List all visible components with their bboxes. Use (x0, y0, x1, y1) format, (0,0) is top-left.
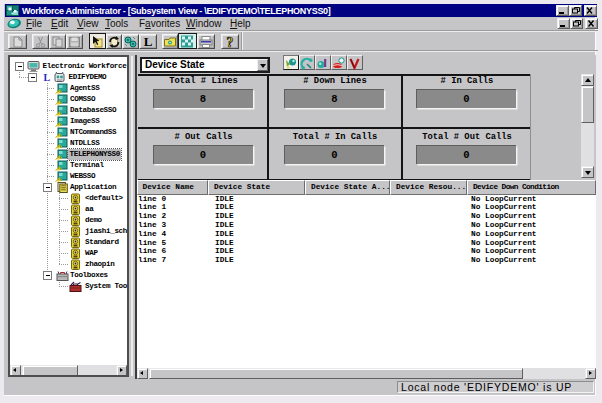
svg-text:?: ? (227, 35, 234, 49)
